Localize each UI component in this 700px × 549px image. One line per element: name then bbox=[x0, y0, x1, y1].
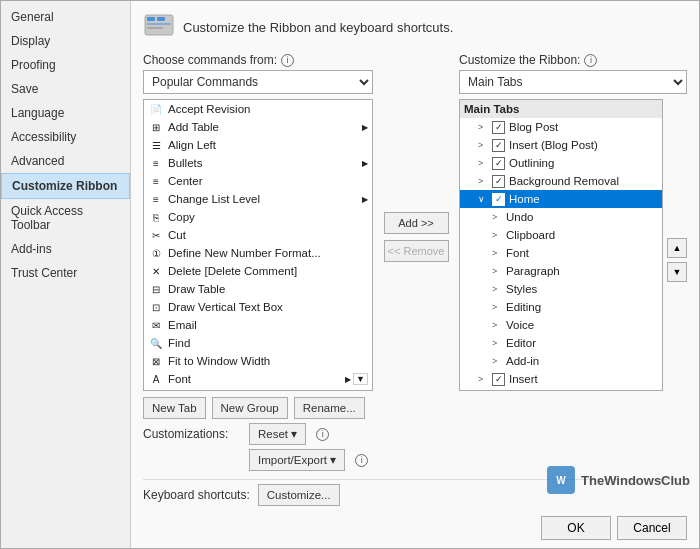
item-label: Add Table bbox=[168, 121, 219, 133]
sidebar-item-add-ins[interactable]: Add-ins bbox=[1, 237, 130, 261]
ribbon-group-label: Editing bbox=[506, 301, 541, 313]
move-up-button[interactable]: ▲ bbox=[667, 238, 687, 258]
middle-col: Add >> << Remove bbox=[381, 53, 451, 391]
ribbon-group-label: Font bbox=[506, 247, 529, 259]
item-icon: ⊠ bbox=[148, 353, 164, 369]
sidebar-item-display[interactable]: Display bbox=[1, 29, 130, 53]
ribbon-tree-item[interactable]: >Font bbox=[460, 244, 662, 262]
bottom-area: New Tab New Group Rename... Customizatio… bbox=[143, 391, 687, 540]
tree-expand-arrow: > bbox=[478, 122, 490, 132]
list-item[interactable]: 📄Accept Revision bbox=[144, 100, 372, 118]
sidebar-item-quick-access[interactable]: Quick Access Toolbar bbox=[1, 199, 130, 237]
list-item[interactable]: ≡Center bbox=[144, 172, 372, 190]
item-label: Center bbox=[168, 175, 203, 187]
item-label: Fit to Window Width bbox=[168, 355, 270, 367]
header-row: Customize the Ribbon and keyboard shortc… bbox=[143, 11, 687, 43]
item-label: Font bbox=[168, 373, 191, 385]
add-button[interactable]: Add >> bbox=[384, 212, 449, 234]
ribbon-dropdown[interactable]: Main TabsTool TabsAll Tabs bbox=[459, 70, 687, 94]
customizations-label: Customizations: bbox=[143, 427, 243, 441]
list-item[interactable]: ✉Email bbox=[144, 316, 372, 334]
sidebar-item-advanced[interactable]: Advanced bbox=[1, 149, 130, 173]
sidebar-item-language[interactable]: Language bbox=[1, 101, 130, 125]
item-label: Change List Level bbox=[168, 193, 260, 205]
extra-arrow: ▼ bbox=[353, 373, 368, 385]
ribbon-tree-item[interactable]: >✓Blog Post bbox=[460, 118, 662, 136]
list-item[interactable]: AFont Color bbox=[144, 388, 372, 391]
list-item[interactable]: ✂Cut bbox=[144, 226, 372, 244]
ribbon-group-label: Paragraph bbox=[506, 265, 560, 277]
sidebar-item-trust-center[interactable]: Trust Center bbox=[1, 261, 130, 285]
ribbon-tree-item[interactable]: >✓Background Removal bbox=[460, 172, 662, 190]
item-icon: ✂ bbox=[148, 227, 164, 243]
columns-row: Choose commands from: i Popular Commands… bbox=[143, 53, 687, 391]
ribbon-tree[interactable]: Main Tabs>✓Blog Post>✓Insert (Blog Post)… bbox=[459, 99, 663, 391]
ribbon-checkbox[interactable]: ✓ bbox=[492, 391, 505, 392]
ribbon-group-label: Undo bbox=[506, 211, 534, 223]
customize-keyboard-button[interactable]: Customize... bbox=[258, 484, 340, 506]
list-item[interactable]: ☰Align Left bbox=[144, 136, 372, 154]
sidebar-item-accessibility[interactable]: Accessibility bbox=[1, 125, 130, 149]
item-icon: ≡ bbox=[148, 155, 164, 171]
group-expand-arrow: > bbox=[492, 338, 504, 348]
sidebar-item-customize-ribbon[interactable]: Customize Ribbon bbox=[1, 173, 130, 199]
sidebar-item-general[interactable]: General bbox=[1, 5, 130, 29]
ribbon-tree-item[interactable]: ∨✓Home bbox=[460, 190, 662, 208]
list-item[interactable]: AFont▶▼ bbox=[144, 370, 372, 388]
ribbon-checkbox[interactable]: ✓ bbox=[492, 175, 505, 188]
tree-expand-arrow: ∨ bbox=[478, 194, 490, 204]
ribbon-tree-item[interactable]: Main Tabs bbox=[460, 100, 662, 118]
ribbon-item-label: Background Removal bbox=[509, 175, 619, 187]
reset-button[interactable]: Reset ▾ bbox=[249, 423, 306, 445]
list-item[interactable]: ①Define New Number Format... bbox=[144, 244, 372, 262]
sidebar-item-proofing[interactable]: Proofing bbox=[1, 53, 130, 77]
new-group-button[interactable]: New Group bbox=[212, 397, 288, 419]
list-item[interactable]: ⊞Add Table▶ bbox=[144, 118, 372, 136]
list-item[interactable]: ⊡Draw Vertical Text Box bbox=[144, 298, 372, 316]
group-expand-arrow: > bbox=[492, 302, 504, 312]
ribbon-checkbox[interactable]: ✓ bbox=[492, 157, 505, 170]
options-dialog: GeneralDisplayProofingSaveLanguageAccess… bbox=[0, 0, 700, 549]
group-expand-arrow: > bbox=[492, 230, 504, 240]
import-export-button[interactable]: Import/Export ▾ bbox=[249, 449, 345, 471]
ribbon-checkbox[interactable]: ✓ bbox=[492, 121, 505, 134]
list-item[interactable]: ⊠Fit to Window Width bbox=[144, 352, 372, 370]
ribbon-tree-item[interactable]: >Add-in bbox=[460, 352, 662, 370]
tab-group-row: New Tab New Group Rename... bbox=[143, 397, 687, 419]
ok-button[interactable]: OK bbox=[541, 516, 611, 540]
ribbon-tree-item[interactable]: >✓Insert bbox=[460, 370, 662, 388]
list-item[interactable]: ✕Delete [Delete Comment] bbox=[144, 262, 372, 280]
right-label-row: Customize the Ribbon: i bbox=[459, 53, 687, 67]
ribbon-item-label: Home bbox=[509, 193, 540, 205]
sidebar-item-save[interactable]: Save bbox=[1, 77, 130, 101]
commands-list[interactable]: 📄Accept Revision⊞Add Table▶☰Align Left≡B… bbox=[143, 99, 373, 391]
ribbon-checkbox[interactable]: ✓ bbox=[492, 139, 505, 152]
list-item[interactable]: 🔍Find bbox=[144, 334, 372, 352]
ribbon-tree-item[interactable]: >Styles bbox=[460, 280, 662, 298]
ribbon-tree-item[interactable]: >Paragraph bbox=[460, 262, 662, 280]
ribbon-tree-item[interactable]: >Undo bbox=[460, 208, 662, 226]
list-item[interactable]: ⊟Draw Table bbox=[144, 280, 372, 298]
ribbon-tree-item[interactable]: >Clipboard bbox=[460, 226, 662, 244]
header-title: Customize the Ribbon and keyboard shortc… bbox=[183, 20, 453, 35]
list-item[interactable]: ⎘Copy bbox=[144, 208, 372, 226]
cancel-button[interactable]: Cancel bbox=[617, 516, 687, 540]
list-item[interactable]: ≡Change List Level▶ bbox=[144, 190, 372, 208]
ribbon-tree-item[interactable]: >✓Draw bbox=[460, 388, 662, 391]
ribbon-tree-item[interactable]: >Editor bbox=[460, 334, 662, 352]
commands-dropdown[interactable]: Popular CommandsAll CommandsCommands Not… bbox=[143, 70, 373, 94]
rename-button[interactable]: Rename... bbox=[294, 397, 365, 419]
remove-button[interactable]: << Remove bbox=[384, 240, 449, 262]
list-item[interactable]: ≡Bullets▶ bbox=[144, 154, 372, 172]
new-tab-button[interactable]: New Tab bbox=[143, 397, 206, 419]
ribbon-checkbox[interactable]: ✓ bbox=[492, 373, 505, 386]
ribbon-checkbox[interactable]: ✓ bbox=[492, 193, 505, 206]
up-down-arrows: ▲ ▼ bbox=[663, 99, 687, 391]
move-down-button[interactable]: ▼ bbox=[667, 262, 687, 282]
left-info-icon: i bbox=[281, 54, 294, 67]
ribbon-tree-item[interactable]: >✓Outlining bbox=[460, 154, 662, 172]
ribbon-tree-item[interactable]: >✓Insert (Blog Post) bbox=[460, 136, 662, 154]
ribbon-tree-item[interactable]: >Editing bbox=[460, 298, 662, 316]
keyboard-label: Keyboard shortcuts: bbox=[143, 488, 250, 502]
ribbon-tree-item[interactable]: >Voice bbox=[460, 316, 662, 334]
